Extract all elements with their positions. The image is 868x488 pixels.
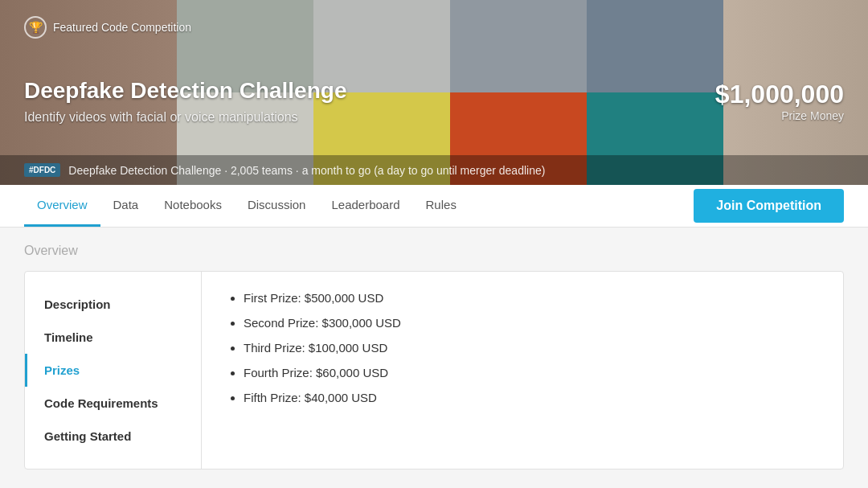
nav-tabs: Overview Data Notebooks Discussion Leade… <box>24 185 469 227</box>
tab-overview[interactable]: Overview <box>24 185 100 227</box>
tab-discussion[interactable]: Discussion <box>235 185 319 227</box>
prize-item-5: Fifth Prize: $40,000 USD <box>244 391 817 404</box>
hero-meta: Deepfake Detection Challenge · 2,005 tea… <box>68 164 545 177</box>
hero-bottom: #DFDC Deepfake Detection Challenge · 2,0… <box>0 155 868 185</box>
prizes-list: First Prize: $500,000 USD Second Prize: … <box>227 291 817 404</box>
hero-title-block: Deepfake Detection Challenge Identify vi… <box>24 78 346 125</box>
competition-badge: #DFDC <box>24 163 60 177</box>
navigation-bar: Overview Data Notebooks Discussion Leade… <box>0 185 868 228</box>
prize-item-2: Second Prize: $300,000 USD <box>244 316 817 330</box>
prize-label: Prize Money <box>715 109 844 122</box>
trophy-icon: 🏆 <box>24 16 47 39</box>
prize-item-1: First Prize: $500,000 USD <box>244 291 817 305</box>
tab-notebooks[interactable]: Notebooks <box>151 185 235 227</box>
featured-label: Featured Code Competition <box>53 21 191 34</box>
sidebar-item-description[interactable]: Description <box>25 288 201 321</box>
tab-rules[interactable]: Rules <box>413 185 469 227</box>
competition-title: Deepfake Detection Challenge <box>24 78 346 104</box>
sidebar-navigation: Description Timeline Prizes Code Require… <box>25 272 202 469</box>
prize-amount: $1,000,000 <box>715 80 844 109</box>
competition-subtitle: Identify videos with facial or voice man… <box>24 110 346 125</box>
tab-data[interactable]: Data <box>100 185 152 227</box>
overview-section-title: Overview <box>24 244 844 258</box>
main-content: Overview Description Timeline Prizes Cod… <box>0 228 868 486</box>
prize-item-3: Third Prize: $100,000 USD <box>244 341 817 355</box>
hero-middle: Deepfake Detection Challenge Identify vi… <box>24 39 844 155</box>
prizes-content-area: First Prize: $500,000 USD Second Prize: … <box>202 272 843 469</box>
sidebar-item-prizes[interactable]: Prizes <box>25 354 201 387</box>
prize-item-4: Fourth Prize: $60,000 USD <box>244 366 817 379</box>
tab-leaderboard[interactable]: Leaderboard <box>318 185 412 227</box>
hero-banner: 🏆 Featured Code Competition Deepfake Det… <box>0 0 868 185</box>
sidebar-item-code-requirements[interactable]: Code Requirements <box>25 387 201 420</box>
hero-top: 🏆 Featured Code Competition <box>24 16 844 39</box>
join-competition-button[interactable]: Join Competition <box>694 189 844 223</box>
content-card: Description Timeline Prizes Code Require… <box>24 271 844 470</box>
sidebar-item-getting-started[interactable]: Getting Started <box>25 420 201 453</box>
sidebar-item-timeline[interactable]: Timeline <box>25 321 201 354</box>
hero-content: 🏆 Featured Code Competition Deepfake Det… <box>0 0 868 185</box>
prize-block: $1,000,000 Prize Money <box>715 80 844 122</box>
